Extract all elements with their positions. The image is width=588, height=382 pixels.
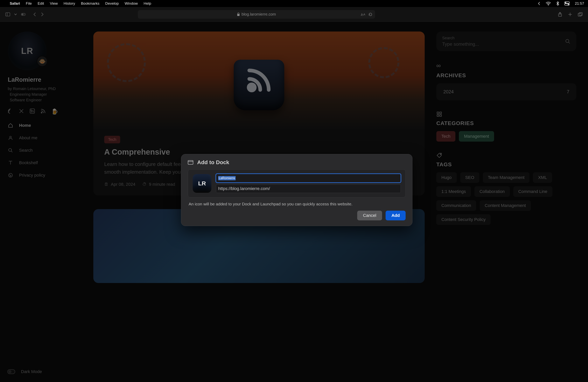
tabs-overview-icon[interactable] (578, 12, 583, 17)
add-button[interactable]: Add (386, 211, 406, 220)
new-tab-icon[interactable] (568, 12, 572, 17)
menu-bookmarks[interactable]: Bookmarks (81, 1, 99, 6)
svg-rect-26 (440, 112, 441, 114)
lock-icon (237, 13, 240, 16)
wifi-icon[interactable] (546, 1, 551, 6)
nav-about[interactable]: About me (8, 135, 85, 141)
bluetooth-icon[interactable] (556, 1, 559, 6)
category-management[interactable]: Management (459, 131, 494, 142)
svg-point-17 (10, 136, 11, 138)
dialog-title: Add to Dock (197, 159, 229, 166)
menubar-app-name[interactable]: Safari (10, 1, 20, 6)
svg-rect-27 (437, 115, 439, 117)
share-icon[interactable] (558, 12, 562, 17)
menubar-clock[interactable]: 21:57 (575, 1, 584, 6)
svg-rect-25 (437, 112, 439, 114)
archives-heading: ARCHIVES (436, 72, 576, 79)
control-center-icon[interactable] (564, 1, 570, 5)
svg-point-22 (10, 176, 10, 176)
svg-point-0 (548, 5, 549, 5)
tag-item[interactable]: Team Management (483, 172, 529, 183)
menu-window[interactable]: Window (125, 1, 138, 6)
tag-item[interactable]: Command Line (513, 186, 552, 197)
toggle-pill-icon[interactable] (21, 12, 26, 17)
rss-icon[interactable] (41, 108, 46, 114)
tag-item[interactable]: Collaboration (474, 186, 510, 197)
back-button-icon[interactable] (32, 12, 37, 17)
archive-count: 7 (567, 89, 569, 95)
nav-home[interactable]: Home (8, 123, 85, 128)
tag-item[interactable]: Content Management (480, 200, 531, 211)
site-sidebar: LR 🐵 LaRomierre by Romain Letourneur, Ph… (2, 32, 85, 382)
menu-history[interactable]: History (63, 1, 75, 6)
avatar-badge-icon: 🐵 (37, 56, 48, 67)
svg-point-15 (31, 110, 32, 111)
archive-year-row[interactable]: 2024 7 (436, 83, 576, 100)
categories-heading: CATEGORIES (436, 120, 576, 127)
menu-help[interactable]: Help (144, 1, 151, 6)
url-bar[interactable]: blog.laromierre.com あA (138, 10, 375, 19)
x-twitter-icon[interactable] (19, 108, 24, 114)
post-hero-image (93, 32, 425, 129)
nav-privacy[interactable]: Privacy policy (8, 172, 85, 178)
cancel-button[interactable]: Cancel (357, 211, 382, 220)
site-title: LaRomierre (8, 76, 85, 83)
toggle-icon (7, 369, 15, 374)
control-center-chevron-icon[interactable] (537, 1, 541, 6)
dialog-hint: An icon will be added to your Dock and L… (181, 197, 412, 208)
infinity-icon: ∞ (436, 62, 576, 69)
svg-point-29 (440, 154, 441, 155)
svg-point-18 (9, 149, 11, 151)
home-icon (8, 123, 13, 128)
tag-item[interactable]: XML (533, 172, 552, 183)
clock-icon: ⏱ (142, 182, 147, 187)
search-input[interactable] (442, 42, 543, 47)
svg-point-24 (566, 39, 569, 42)
webapp-url-field[interactable]: https://blog.laromierre.com/ (216, 184, 401, 193)
menu-edit[interactable]: Edit (38, 1, 44, 6)
svg-point-21 (11, 175, 11, 176)
svg-point-31 (8, 370, 11, 373)
svg-rect-12 (578, 13, 581, 16)
user-icon (8, 135, 13, 141)
forward-button-icon[interactable] (40, 12, 45, 17)
tag-item[interactable]: Communication (436, 200, 476, 211)
tag-item[interactable]: Content Security Policy (436, 214, 491, 225)
tags-heading: TAGS (436, 161, 576, 168)
nav-bookshelf[interactable]: Bookshelf (8, 160, 85, 166)
sidebar-toggle-icon[interactable] (5, 12, 10, 17)
tag-icon (436, 152, 576, 158)
nav-search[interactable]: Search (8, 148, 85, 153)
webapp-name-field[interactable]: LaRomierre (216, 174, 401, 182)
tag-item[interactable]: Hugo (436, 172, 457, 183)
add-to-dock-dialog: Add to Dock LR LaRomierre https://blog.l… (181, 154, 412, 226)
search-icon (8, 148, 13, 153)
dark-mode-toggle[interactable]: Dark Mode (7, 369, 42, 374)
github-icon[interactable] (8, 108, 14, 114)
translate-icon[interactable]: あA (361, 12, 366, 16)
svg-point-19 (9, 173, 12, 177)
archive-year: 2024 (443, 89, 454, 95)
tag-item[interactable]: SEO (460, 172, 479, 183)
svg-point-23 (249, 85, 255, 90)
menu-view[interactable]: View (50, 1, 58, 6)
svg-point-16 (41, 112, 42, 113)
menu-develop[interactable]: Develop (105, 1, 119, 6)
post-category-chip[interactable]: Tech (104, 136, 120, 143)
chevron-down-icon[interactable] (13, 12, 18, 17)
post-readtime: ⏱9 minute read (142, 182, 175, 187)
url-text: blog.laromierre.com (242, 12, 276, 17)
coffee-icon[interactable]: 🍺 (51, 108, 57, 114)
search-submit-icon[interactable] (565, 39, 570, 44)
window-icon (188, 160, 193, 165)
linkedin-icon[interactable] (30, 108, 35, 114)
tag-item[interactable]: 1:1 Meetings (436, 186, 471, 197)
reload-icon[interactable] (368, 12, 372, 16)
svg-point-4 (568, 4, 569, 5)
search-box[interactable]: Search (436, 32, 576, 51)
category-tech[interactable]: Tech (436, 131, 455, 142)
menu-file[interactable]: File (26, 1, 32, 6)
cookie-icon (8, 172, 13, 178)
tags-list: Hugo SEO Team Management XML 1:1 Meeting… (436, 172, 576, 225)
grid-icon (436, 111, 576, 117)
